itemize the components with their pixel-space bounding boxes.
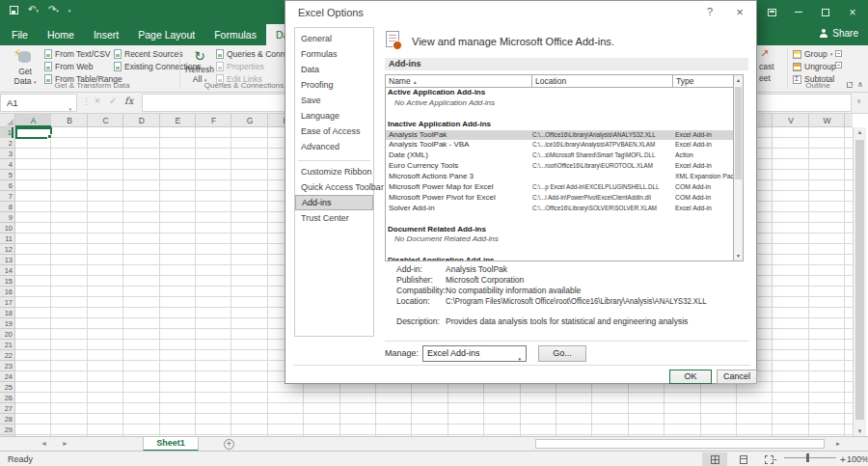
ribbon-button-ungroup[interactable]: Ungroup▾ xyxy=(793,61,841,72)
insert-function-icon[interactable]: fx xyxy=(124,96,133,106)
name-box[interactable]: A1 ▾ xyxy=(0,94,77,112)
zoom-in-icon[interactable]: + xyxy=(840,454,846,465)
horizontal-scrollbar[interactable]: ► xyxy=(533,439,849,450)
column-header-w[interactable]: W xyxy=(809,114,845,127)
column-header-a[interactable]: A xyxy=(15,114,51,127)
options-sidebar-add-ins[interactable]: Add-ins xyxy=(295,195,373,210)
ribbon-tab-insert[interactable]: Insert xyxy=(84,24,128,45)
options-sidebar-quick-access-toolbar[interactable]: Quick Access Toolbar xyxy=(295,179,373,195)
row-header-20[interactable]: 20 xyxy=(0,329,13,340)
addin-row-microsoft-power-pivot-for-excel[interactable]: Microsoft Power Pivot for ExcelC:\...l A… xyxy=(386,193,733,204)
options-sidebar-advanced[interactable]: Advanced xyxy=(295,139,373,154)
minimize-button[interactable] xyxy=(785,0,812,24)
options-sidebar-general[interactable]: General xyxy=(295,31,373,46)
row-header-11[interactable]: 11 xyxy=(0,233,13,244)
vertical-scroll-thumb[interactable] xyxy=(855,140,864,420)
row-header-19[interactable]: 19 xyxy=(0,318,13,329)
row-header-7[interactable]: 7 xyxy=(0,191,13,202)
show-detail-icon[interactable] xyxy=(835,50,842,57)
scroll-down-icon[interactable]: ▼ xyxy=(734,253,743,259)
addin-row-date-xml[interactable]: Date (XML)C:\...s\Microsoft Shared\Smart… xyxy=(386,151,733,161)
column-header-g[interactable]: G xyxy=(231,114,267,127)
redo-icon[interactable]: ↷▾ xyxy=(48,5,59,15)
scroll-up-icon[interactable]: ▲ xyxy=(854,129,866,135)
restore-button[interactable] xyxy=(812,0,839,24)
previous-sheet-icon[interactable]: ◄ xyxy=(41,440,47,447)
scroll-right-icon[interactable]: ► xyxy=(835,441,841,447)
ribbon-display-options-button[interactable] xyxy=(758,0,785,24)
column-header-f[interactable]: F xyxy=(196,114,231,127)
hide-detail-icon[interactable] xyxy=(835,62,842,69)
row-header-18[interactable]: 18 xyxy=(0,308,13,318)
select-all-corner[interactable] xyxy=(0,114,15,127)
ribbon-tab-formulas[interactable]: Formulas xyxy=(204,24,266,45)
ribbon-tab-home[interactable]: Home xyxy=(38,24,84,45)
ribbon-button-from-web[interactable]: From Web xyxy=(44,61,122,72)
dialog-close-button[interactable]: × xyxy=(731,5,748,19)
vertical-scrollbar[interactable]: ▲ ▼ xyxy=(853,127,866,436)
row-header-13[interactable]: 13 xyxy=(0,255,13,265)
row-header-26[interactable]: 26 xyxy=(0,393,13,403)
row-header-10[interactable]: 10 xyxy=(0,223,13,233)
row-header-5[interactable]: 5 xyxy=(0,170,13,180)
row-header-28[interactable]: 28 xyxy=(0,414,13,425)
addin-row-solver-add-in[interactable]: Solver Add-inC:\...Office16\Library\SOLV… xyxy=(386,204,733,214)
row-header-8[interactable]: 8 xyxy=(0,202,13,212)
options-sidebar-proofing[interactable]: Proofing xyxy=(295,77,373,93)
column-header-d[interactable]: D xyxy=(123,114,159,127)
dialog-help-button[interactable]: ? xyxy=(702,6,718,17)
options-sidebar-language[interactable]: Language xyxy=(295,108,373,123)
scroll-up-icon[interactable]: ▲ xyxy=(734,77,743,83)
redo-dropdown-icon[interactable]: ▾ xyxy=(56,8,59,14)
row-header-1[interactable]: 1 xyxy=(0,127,14,138)
table-scroll-thumb[interactable] xyxy=(735,87,742,179)
ok-button[interactable]: OK xyxy=(669,370,712,384)
row-header-3[interactable]: 3 xyxy=(0,149,13,159)
close-button[interactable]: × xyxy=(839,0,866,24)
undo-icon[interactable]: ↶▾ xyxy=(28,5,39,15)
column-header-v[interactable]: V xyxy=(773,114,808,127)
customize-qat-icon[interactable]: ▾ xyxy=(68,8,71,14)
zoom-slider-track[interactable] xyxy=(784,457,836,458)
horizontal-scroll-thumb[interactable] xyxy=(535,439,825,449)
addin-row-microsoft-actions-pane-3[interactable]: Microsoft Actions Pane 3XML Expansion Pa… xyxy=(386,172,733,182)
column-header-b[interactable]: B xyxy=(51,114,87,127)
column-header-e[interactable]: E xyxy=(160,114,196,127)
row-header-16[interactable]: 16 xyxy=(0,287,13,297)
save-icon[interactable] xyxy=(10,6,18,14)
row-header-15[interactable]: 15 xyxy=(0,276,13,287)
manage-select[interactable]: Excel Add-ins ▾ xyxy=(422,345,527,362)
row-header-25[interactable]: 25 xyxy=(0,382,13,393)
refresh-all-button[interactable]: ↻ Refresh All ▾ xyxy=(185,48,214,85)
addins-table-scrollbar[interactable]: ▲ ▼ xyxy=(733,75,743,260)
expand-formula-bar-icon[interactable]: ∨ xyxy=(856,97,861,105)
row-header-27[interactable]: 27 xyxy=(0,403,13,414)
options-sidebar-trust-center[interactable]: Trust Center xyxy=(295,210,373,226)
share-button[interactable]: Share xyxy=(820,28,858,39)
collapse-ribbon-icon[interactable]: ∧ xyxy=(857,80,863,89)
row-header-12[interactable]: 12 xyxy=(0,244,13,255)
ribbon-button-from-text-csv[interactable]: From Text/CSV xyxy=(44,48,122,60)
zoom-slider-handle[interactable] xyxy=(806,453,809,462)
options-sidebar-data[interactable]: Data xyxy=(295,62,373,77)
options-sidebar-customize-ribbon[interactable]: Customize Ribbon xyxy=(295,164,373,179)
row-header-17[interactable]: 17 xyxy=(0,297,13,308)
addins-column-location[interactable]: Location xyxy=(532,75,673,88)
row-header-2[interactable]: 2 xyxy=(0,138,13,149)
dropdown-icon[interactable]: ▾ xyxy=(830,51,833,57)
cancel-button[interactable]: Cancel xyxy=(717,370,757,384)
cancel-entry-icon[interactable]: × xyxy=(95,96,100,106)
addin-row-microsoft-power-map-for-excel[interactable]: Microsoft Power Map for ExcelC:\...p Exc… xyxy=(386,182,733,193)
row-header-23[interactable]: 23 xyxy=(0,361,13,371)
row-header-4[interactable]: 4 xyxy=(0,159,13,170)
confirm-entry-icon[interactable]: ✓ xyxy=(109,96,117,106)
new-sheet-button[interactable]: + xyxy=(224,439,234,450)
zoom-out-icon[interactable]: − xyxy=(772,454,777,465)
row-header-22[interactable]: 22 xyxy=(0,350,13,361)
row-header-24[interactable]: 24 xyxy=(0,371,13,382)
addin-row-analysis-toolpak[interactable]: Analysis ToolPakC:\...Office16\Library\A… xyxy=(386,130,733,141)
column-header-c[interactable]: C xyxy=(88,114,123,127)
next-sheet-icon[interactable]: ► xyxy=(62,440,68,447)
ribbon-tab-page-layout[interactable]: Page Layout xyxy=(128,24,204,45)
outline-dialog-launcher-icon[interactable] xyxy=(847,82,853,88)
